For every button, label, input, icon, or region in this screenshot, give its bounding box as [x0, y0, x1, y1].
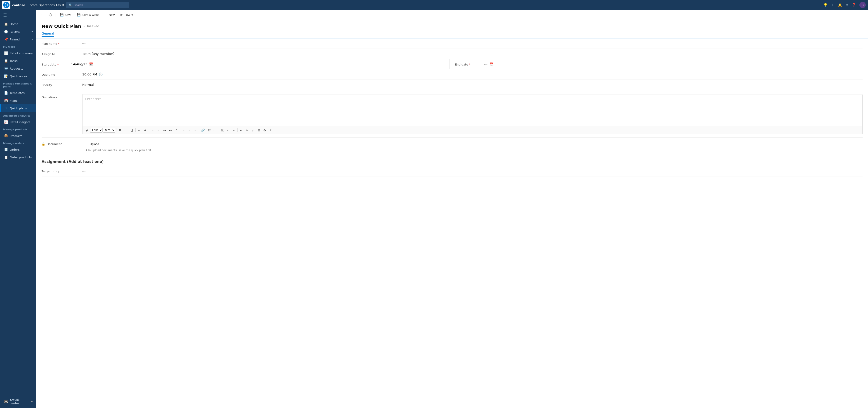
blockquote-btn[interactable]: ❝	[174, 128, 179, 133]
redo-btn[interactable]: ↪	[244, 128, 250, 133]
recent-icon: 🕐	[4, 30, 8, 33]
sidebar-item-action-center[interactable]: AC Action center ✦	[0, 396, 36, 407]
toolbar: ← ⬡ 💾 Save 💾 Save & Close ＋ New ⟳ Flow ∨	[36, 10, 868, 20]
section-label-advanced-analytics: Advanced analytics	[0, 112, 36, 118]
sidebar-item-requests[interactable]: 📨 Requests	[0, 65, 36, 72]
save-button[interactable]: 💾 Save	[58, 12, 74, 18]
sidebar-item-order-products[interactable]: 📋 Order products	[0, 154, 36, 161]
image-btn[interactable]: 🖼	[219, 128, 225, 133]
section-label-my-work: My work	[0, 43, 36, 49]
bold-btn[interactable]: B	[117, 128, 123, 133]
sidebar-item-quick-notes[interactable]: 📝 Quick notes	[0, 72, 36, 80]
new-button[interactable]: ＋ New	[102, 12, 117, 18]
clear-format-btn[interactable]: 🖊	[250, 128, 256, 133]
required-indicator: *	[57, 63, 59, 66]
end-date-with-icon: --- 📅	[485, 62, 493, 66]
sidebar-item-templates[interactable]: 📄 Templates	[0, 89, 36, 97]
start-date-value[interactable]: 14/Aug/23	[71, 62, 87, 66]
increase-indent-btn[interactable]: ⊷	[167, 128, 173, 133]
sidebar-item-products[interactable]: 📦 Products	[0, 132, 36, 140]
embed-btn[interactable]: ⟵	[212, 128, 219, 133]
help-icon[interactable]: ❓	[852, 3, 856, 7]
flow-button[interactable]: ⟳ Flow ∨	[118, 12, 135, 18]
content-area: ← ⬡ 💾 Save 💾 Save & Close ＋ New ⟳ Flow ∨	[36, 10, 868, 408]
notification-icon[interactable]: 🔔	[838, 3, 842, 7]
calendar-icon-end[interactable]: 📅	[489, 62, 493, 66]
upload-button[interactable]: Upload	[86, 141, 103, 147]
decrease-indent-btn[interactable]: ⊶	[162, 128, 167, 133]
target-group-value[interactable]: ---	[82, 170, 86, 173]
share-button[interactable]: ⬡	[47, 11, 54, 18]
sidebar-item-pinned[interactable]: 📌 Pinned ∨	[0, 35, 36, 43]
new-icon: ＋	[105, 13, 107, 17]
size-selector[interactable]: Size	[103, 128, 115, 133]
underline-btn[interactable]: U	[129, 128, 134, 133]
priority-value[interactable]: Normal	[82, 83, 863, 87]
sidebar-item-retail-summary[interactable]: 📊 Retail summary	[0, 49, 36, 57]
font-selector[interactable]: Font	[90, 128, 103, 133]
field-guidelines: Guidelines Enter text... 🖌 Font	[41, 90, 863, 138]
lock-icon: 🔒	[41, 142, 45, 146]
sidebar-item-recent[interactable]: 🕐 Recent ∨	[0, 28, 36, 35]
tab-general[interactable]: General	[41, 32, 54, 37]
end-date-value[interactable]: ---	[485, 63, 488, 66]
sidebar-item-tasks[interactable]: 📋 Tasks	[0, 57, 36, 65]
back-button[interactable]: ←	[39, 12, 46, 18]
expand-icon: ∨	[31, 30, 33, 33]
highlight-btn[interactable]: ✏	[136, 128, 142, 133]
assign-to-value[interactable]: Team (any member)	[82, 52, 863, 56]
templates-icon: 📄	[4, 91, 8, 95]
align-left-btn[interactable]: ≡	[150, 128, 155, 133]
sidebar-item-label: Home	[10, 22, 18, 26]
plans-icon: 📅	[4, 99, 8, 102]
italic-btn[interactable]: I	[123, 128, 129, 133]
sidebar-item-retail-insights[interactable]: 📈 Retail insights	[0, 118, 36, 126]
hamburger-menu[interactable]: ☰	[0, 10, 36, 20]
avatar[interactable]: R	[860, 2, 866, 8]
editor-toolbar: 🖌 Font Size B I U	[83, 126, 862, 134]
calendar-icon[interactable]: 📅	[89, 62, 93, 66]
align-center-btn[interactable]: ≡	[187, 128, 192, 133]
insert-left-btn[interactable]: «	[225, 128, 230, 133]
lightbulb-icon[interactable]: 💡	[823, 3, 828, 7]
search-bar[interactable]: 🔍	[66, 2, 129, 8]
settings-btn[interactable]: ⚙	[262, 128, 268, 133]
editor-divider-4	[180, 128, 180, 132]
font-color-btn[interactable]: A	[143, 128, 148, 133]
add-icon[interactable]: ＋	[831, 3, 835, 7]
due-time-value[interactable]: 10:00 PM	[82, 72, 97, 76]
expand-icon: ∨	[31, 38, 33, 41]
unlink-btn[interactable]: ⛓	[206, 128, 212, 133]
settings-icon[interactable]: ⚙️	[845, 3, 848, 7]
guidelines-input[interactable]: Enter text...	[83, 95, 862, 126]
required-indicator: *	[58, 42, 59, 45]
save-close-button[interactable]: 💾 Save & Close	[74, 12, 102, 18]
editor-divider-6	[237, 128, 238, 132]
guidelines-editor-container: Enter text... 🖌 Font Size	[82, 93, 863, 134]
link-btn[interactable]: 🔗	[200, 128, 206, 133]
field-document: 🔒 Document Upload ℹ To upload documents,…	[41, 138, 863, 155]
align-left-btn2[interactable]: ≡	[181, 128, 186, 133]
table-btn[interactable]: ⊞	[256, 128, 261, 133]
quick-plans-icon: ⚡	[4, 106, 8, 110]
sidebar-item-plans[interactable]: 📅 Plans	[0, 97, 36, 104]
sidebar-item-orders[interactable]: 🗒️ Orders	[0, 146, 36, 154]
plan-name-value[interactable]: ---	[82, 41, 863, 45]
search-input[interactable]	[74, 3, 123, 7]
section-label-manage-products: Manage products	[0, 126, 36, 132]
form-title: New Quick Plan	[41, 24, 81, 29]
unordered-list-btn[interactable]: ≡	[156, 128, 161, 133]
format-paint-btn[interactable]: 🖌	[84, 128, 90, 133]
help-btn[interactable]: ?	[268, 128, 273, 133]
align-right-btn[interactable]: ≡	[193, 128, 198, 133]
sidebar-item-quick-plans[interactable]: ⚡ Quick plans	[0, 104, 36, 112]
order-products-icon: 📋	[4, 156, 8, 159]
due-time-label: Due time	[41, 72, 82, 76]
app-title: Store Operations Assist	[30, 3, 64, 7]
sidebar-item-home[interactable]: 🏠 Home	[0, 20, 36, 28]
undo-btn[interactable]: ↩	[239, 128, 244, 133]
action-center-icon: AC	[4, 400, 8, 403]
app-logo[interactable]: contoso	[2, 1, 27, 9]
section-label-manage-orders: Manage orders	[0, 140, 36, 146]
insert-right-btn[interactable]: »	[231, 128, 237, 133]
